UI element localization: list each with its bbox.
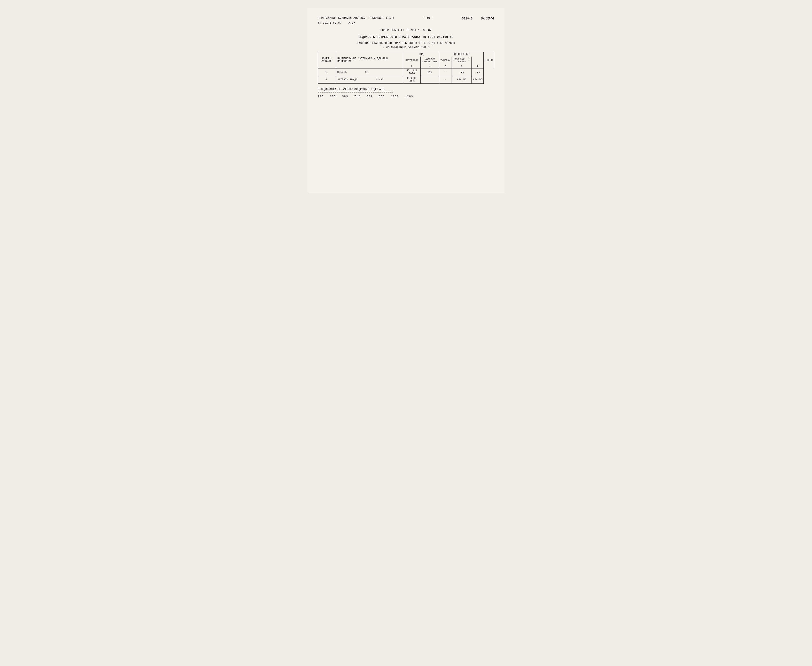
- footer-section: В ВЕДОМОСТИ НЕ УЧТЕНЫ СЛЕДУЮЩИЕ КОДЫ АВС…: [318, 88, 494, 98]
- code-4: 831: [367, 95, 372, 98]
- footer-separator: ========================================: [318, 91, 494, 94]
- code-2: 383: [342, 95, 348, 98]
- col-num-3: 3: [403, 64, 420, 69]
- document-page: ПРОГРАММНЫЙ КОМПЛЕКС АВС-ЗЕС ( РЕДАКЦИЯ …: [308, 8, 504, 193]
- footer-note: В ВЕДОМОСТИ НЕ УЧТЕНЫ СЛЕДУЮЩИЕ КОДЫ АВС…: [318, 88, 494, 91]
- code-5: 836: [379, 95, 385, 98]
- col-header-kod: КОД: [403, 52, 439, 57]
- sub-label: ТП 9О1-I-89.87: [318, 21, 342, 25]
- col-header-kolichestvo: КОЛИЧЕСТВО: [439, 52, 484, 57]
- sub-section: А.IX: [349, 21, 355, 25]
- row1-individual: ,76: [452, 68, 472, 76]
- header-sub: ТП 9О1-I-89.87 А.IX: [318, 21, 494, 25]
- col-header-num: НОМЕР : СТРОКИ:: [318, 52, 336, 69]
- table-row: 2. ЗАТРАТЫ ТРУДА Ч-ЧАС 99 2000 0001 –: [318, 76, 494, 84]
- col-num-6: 6: [452, 64, 472, 69]
- row1-vsego: ,76: [472, 68, 484, 76]
- program-label: ПРОГРАММНЫЙ КОМПЛЕКС АВС-ЗЕС ( РЕДАКЦИЯ …: [318, 16, 395, 20]
- row2-typovykh: –: [439, 76, 451, 84]
- row1-mat-code: 57 1110 0000: [403, 68, 420, 76]
- col-header-individual: ИНДИВИДУ- : АЛЬНЫХ: [452, 57, 472, 64]
- table-row: 1. ЩЕБЕНЬ М3 57 1110 0000 113 –: [318, 68, 494, 76]
- row2-individual: 674,55: [452, 76, 472, 84]
- col-header-edinitsy: ЕДИНИЦЫ ИЗМЕРЕ- НИЯ: [420, 57, 439, 64]
- col-num-7: 7: [472, 64, 484, 69]
- table-header-top: НОМЕР : СТРОКИ: НАИМЕНОВАНИЕ МАТЕРИАЛА И…: [318, 52, 494, 57]
- col-header-typovykh: ТИПОВЫХ: [439, 57, 451, 64]
- materials-table: НОМЕР : СТРОКИ: НАИМЕНОВАНИЕ МАТЕРИАЛА И…: [318, 52, 494, 84]
- title-sub: НАСОСНАЯ СТАНЦИЯ ПРОИЗВОДИТЕЛЬНОСТЬЮ ОТ …: [318, 41, 494, 45]
- row1-typovykh: –: [439, 68, 451, 76]
- table-body: 1. ЩЕБЕНЬ М3 57 1110 0000 113 –: [318, 68, 494, 84]
- page-indicator: - 19 -: [423, 16, 433, 20]
- page-num: 9863/4: [481, 16, 494, 20]
- row1-name: ЩЕБЕНЬ М3: [336, 68, 403, 76]
- code-7: 1289: [405, 95, 413, 98]
- header-center: - 19 -: [423, 16, 433, 20]
- document-header: ПРОГРАММНЫЙ КОМПЛЕКС АВС-ЗЕС ( РЕДАКЦИЯ …: [318, 16, 494, 20]
- col-num-4: 4: [420, 64, 439, 69]
- col-header-name: НАИМЕНОВАНИЕ МАТЕРИАЛА И ЕДИНИЦЫ ИЗМЕРЕН…: [336, 52, 403, 69]
- row2-name: ЗАТРАТЫ ТРУДА Ч-ЧАС: [336, 76, 403, 84]
- doc-num: 571848: [462, 17, 472, 20]
- title-main: ВЕДОМОСТЬ ПОТРЕБНОСТИ В МАТЕРИАЛАХ ПО ГО…: [318, 35, 494, 39]
- header-left: ПРОГРАММНЫЙ КОМПЛЕКС АВС-ЗЕС ( РЕДАКЦИЯ …: [318, 16, 395, 20]
- row1-unit-code: 113: [420, 68, 439, 76]
- footer-codes: 203 205 383 712 831 836 1002 1289: [318, 95, 494, 98]
- code-3: 712: [354, 95, 360, 98]
- row2-mat-code: 99 2000 0001: [403, 76, 420, 84]
- row2-unit-code: [420, 76, 439, 84]
- col-header-material: МАТЕРИАЛА: [403, 57, 420, 64]
- code-1: 205: [330, 95, 336, 98]
- code-6: 1002: [391, 95, 399, 98]
- row1-num: 1.: [318, 68, 336, 76]
- header-right: 571848 9863/4: [462, 16, 494, 20]
- col-num-5: 5: [439, 64, 451, 69]
- row2-vsego: 674,55: [472, 76, 484, 84]
- code-0: 203: [318, 95, 324, 98]
- col-header-vsego: ВСЕГО: [484, 52, 494, 69]
- row2-num: 2.: [318, 76, 336, 84]
- title-sub2: С ЗАГЛУБЛЕНИЕМ МАШЗАЛА 4,8 М: [318, 46, 494, 49]
- object-line: НОМЕР ОБЪЕКТА: ТП 9О1-1- 89.87: [318, 29, 494, 32]
